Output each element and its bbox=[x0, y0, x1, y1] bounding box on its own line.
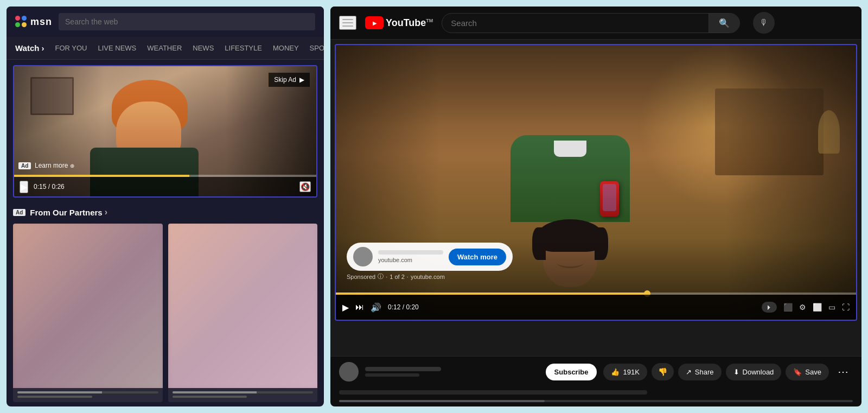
yt-time-display: 0:12 / 0:20 bbox=[388, 303, 419, 311]
msn-nav: Watch › FOR YOU LIVE NEWS WEATHER NEWS L… bbox=[7, 37, 324, 60]
youtube-bottom-bar: Subscribe 👍 191K 👎 ↗ Share ⬇ Download bbox=[330, 356, 861, 387]
msn-thumb-label-2 bbox=[173, 396, 247, 398]
msn-nav-sports[interactable]: SPORTS bbox=[310, 37, 324, 59]
yt-miniplayer-button[interactable]: ⬜ bbox=[813, 303, 822, 312]
yt-subscribe-button[interactable]: Subscribe bbox=[546, 364, 597, 380]
yt-thumb-up-icon: 👍 bbox=[611, 368, 620, 376]
youtube-panel: ▶ YouTubeTM 🔍 🎙 bbox=[330, 7, 861, 406]
youtube-play-icon: ▶ bbox=[373, 20, 377, 26]
msn-nav-lifestyle[interactable]: LIFESTYLE bbox=[225, 37, 262, 59]
yt-volume-button[interactable]: 🔊 bbox=[371, 302, 381, 313]
hamburger-menu-button[interactable] bbox=[339, 16, 356, 30]
youtube-logo: ▶ YouTubeTM bbox=[365, 16, 433, 29]
msn-nav-for-you[interactable]: FOR YOU bbox=[55, 37, 87, 59]
youtube-header: ▶ YouTubeTM 🔍 🎙 bbox=[330, 7, 861, 40]
msn-dot-1 bbox=[15, 16, 20, 21]
yt-scroll-bar bbox=[339, 400, 853, 402]
yt-like-button[interactable]: 👍 191K bbox=[603, 364, 647, 380]
msn-partners-header: Ad From Our Partners › bbox=[7, 203, 324, 219]
youtube-search-button[interactable]: 🔍 bbox=[709, 14, 739, 33]
yt-theater-button[interactable]: ▭ bbox=[828, 303, 835, 312]
yt-info-icon: ⓘ bbox=[378, 272, 384, 281]
yt-save-button[interactable]: 🔖 Save bbox=[786, 364, 829, 380]
msn-partners-title: From Our Partners › bbox=[30, 207, 107, 217]
yt-channel-avatar bbox=[339, 362, 359, 382]
msn-play-button[interactable]: ▶ bbox=[20, 181, 28, 193]
msn-controls: ▶ 0:15 / 0:26 🔇 bbox=[14, 177, 316, 196]
yt-ad-avatar bbox=[353, 247, 373, 266]
yt-play-button[interactable]: ▶ bbox=[342, 302, 349, 313]
skip-icon: ▶ bbox=[299, 76, 304, 84]
msn-nav-weather[interactable]: WEATHER bbox=[147, 37, 182, 59]
yt-download-button[interactable]: ⬇ Download bbox=[726, 364, 782, 380]
msn-dot-2 bbox=[22, 16, 27, 21]
msn-thumb-2[interactable] bbox=[168, 224, 318, 402]
youtube-mic-button[interactable]: 🎙 bbox=[753, 12, 775, 34]
yt-next-button[interactable]: ⏭ bbox=[355, 302, 364, 312]
yt-share-button[interactable]: ↗ Share bbox=[678, 364, 722, 380]
msn-thumb-img-2 bbox=[168, 224, 318, 388]
msn-thumb-label-1 bbox=[17, 396, 92, 398]
yt-video-controls: ▶ ⏭ 🔊 0:12 / 0:20 ⏵ ⬛ ⚙ ⬜ ▭ ⛶ bbox=[336, 295, 856, 320]
learn-more-icon: ⊕ bbox=[70, 163, 74, 169]
yt-settings-button[interactable]: ⚙ bbox=[799, 303, 806, 312]
msn-panel: msn Watch › FOR YOU LIVE NEWS WEATHER NE… bbox=[7, 7, 324, 406]
msn-header: msn bbox=[7, 7, 324, 37]
msn-thumbnails bbox=[7, 219, 324, 406]
msn-partners-ad-badge: Ad bbox=[13, 209, 25, 216]
yt-channel-sub-bar bbox=[365, 373, 419, 377]
yt-channel-info bbox=[365, 367, 539, 377]
msn-nav-live-news[interactable]: LIVE NEWS bbox=[98, 37, 136, 59]
msn-time-display: 0:15 / 0:26 bbox=[34, 183, 65, 190]
msn-dot-3 bbox=[15, 22, 20, 27]
yt-desc-bar bbox=[339, 390, 647, 395]
youtube-search-box: 🔍 bbox=[442, 13, 740, 33]
yt-right-controls: ⏵ ⬛ ⚙ ⬜ ▭ ⛶ bbox=[762, 302, 850, 313]
msn-video-container: Skip Ad ▶ Ad Learn more ⊕ ▶ 0:15 / 0:26 … bbox=[13, 65, 317, 198]
yt-actions: 👍 191K 👎 ↗ Share ⬇ Download 🔖 Save bbox=[603, 363, 853, 380]
yt-bookmark-icon: 🔖 bbox=[793, 368, 802, 376]
yt-watch-more-button[interactable]: Watch more bbox=[449, 249, 506, 265]
youtube-search-input[interactable] bbox=[442, 14, 709, 32]
yt-thumb-down-icon: 👎 bbox=[658, 367, 667, 376]
yt-channel-name-bar bbox=[365, 367, 441, 371]
skip-ad-button[interactable]: Skip Ad ▶ bbox=[269, 73, 310, 87]
learn-more-link[interactable]: Learn more ⊕ bbox=[35, 162, 74, 169]
msn-logo-text: msn bbox=[30, 16, 52, 28]
msn-video-frame: Skip Ad ▶ Ad Learn more ⊕ ▶ 0:15 / 0:26 … bbox=[14, 66, 316, 196]
youtube-logo-icon: ▶ bbox=[365, 16, 384, 29]
yt-ad-domain-wrap: youtube.com bbox=[378, 250, 443, 263]
msn-search-input[interactable] bbox=[59, 13, 315, 30]
yt-ad-count: 1 of 2 bbox=[390, 274, 405, 280]
msn-nav-news[interactable]: NEWS bbox=[193, 37, 214, 59]
youtube-logo-text: YouTubeTM bbox=[386, 17, 433, 29]
msn-thumb-img-1 bbox=[13, 224, 163, 388]
youtube-main: youtube.com Watch more Sponsored ⓘ · 1 o… bbox=[330, 40, 861, 356]
msn-dot-4 bbox=[22, 22, 27, 27]
youtube-video-area: youtube.com Watch more Sponsored ⓘ · 1 o… bbox=[335, 44, 857, 321]
yt-ad-domain: youtube.com bbox=[378, 257, 443, 263]
yt-fullscreen-button[interactable]: ⛶ bbox=[842, 303, 850, 312]
yt-ad-overlay: youtube.com Watch more bbox=[347, 243, 513, 271]
yt-dislike-button[interactable]: 👎 bbox=[652, 363, 674, 380]
yt-ad-domain2: youtube.com bbox=[411, 274, 445, 280]
msn-nav-watch[interactable]: Watch › bbox=[15, 37, 44, 59]
msn-thumb-1[interactable] bbox=[13, 224, 163, 402]
msn-mute-button[interactable]: 🔇 bbox=[299, 181, 311, 192]
yt-description-area bbox=[330, 387, 861, 400]
msn-logo-dots bbox=[15, 16, 27, 28]
yt-autoplay-button[interactable]: ⏵ bbox=[762, 302, 777, 313]
yt-more-options-button[interactable]: ⋯ bbox=[833, 363, 853, 380]
yt-subtitles-button[interactable]: ⬛ bbox=[783, 303, 793, 312]
yt-download-icon: ⬇ bbox=[733, 368, 739, 376]
msn-thumb-bar-1 bbox=[17, 391, 158, 393]
yt-scroll-fill bbox=[339, 400, 545, 402]
msn-thumb-bar-2 bbox=[173, 391, 314, 393]
msn-thumb-bg-2 bbox=[168, 224, 318, 388]
msn-nav-money[interactable]: MONEY bbox=[273, 37, 299, 59]
yt-share-icon: ↗ bbox=[686, 368, 692, 376]
msn-thumb-bg-1 bbox=[13, 224, 163, 388]
yt-sponsored-label: Sponsored ⓘ · 1 of 2 · youtube.com bbox=[347, 272, 445, 281]
msn-logo: msn bbox=[15, 16, 52, 28]
msn-ad-badge: Ad bbox=[18, 162, 31, 169]
